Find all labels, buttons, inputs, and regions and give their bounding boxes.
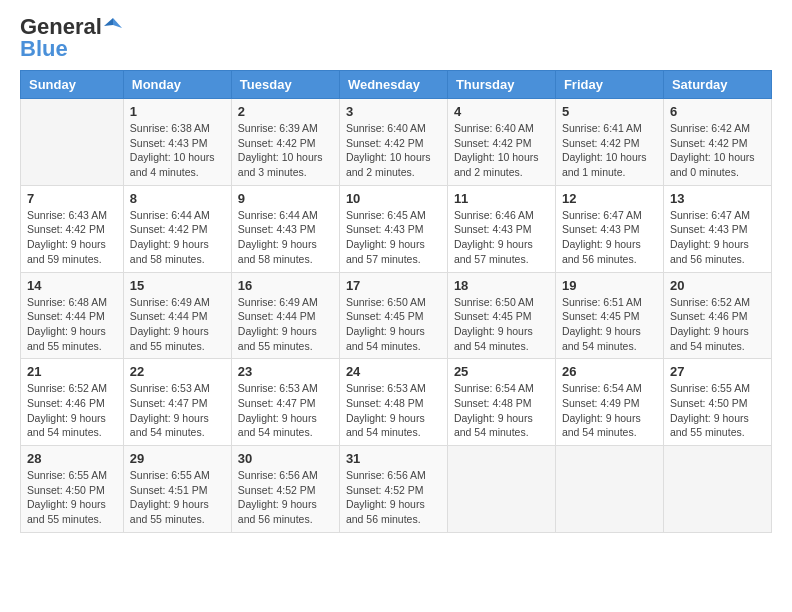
calendar-cell [663, 446, 771, 533]
day-info: Sunrise: 6:52 AMSunset: 4:46 PMDaylight:… [27, 381, 117, 440]
calendar-cell: 27Sunrise: 6:55 AMSunset: 4:50 PMDayligh… [663, 359, 771, 446]
calendar-cell: 15Sunrise: 6:49 AMSunset: 4:44 PMDayligh… [123, 272, 231, 359]
calendar-cell: 16Sunrise: 6:49 AMSunset: 4:44 PMDayligh… [231, 272, 339, 359]
calendar-cell: 18Sunrise: 6:50 AMSunset: 4:45 PMDayligh… [447, 272, 555, 359]
calendar-cell: 17Sunrise: 6:50 AMSunset: 4:45 PMDayligh… [339, 272, 447, 359]
day-info: Sunrise: 6:53 AMSunset: 4:48 PMDaylight:… [346, 381, 441, 440]
calendar-cell: 24Sunrise: 6:53 AMSunset: 4:48 PMDayligh… [339, 359, 447, 446]
calendar-cell: 2Sunrise: 6:39 AMSunset: 4:42 PMDaylight… [231, 99, 339, 186]
calendar-header-row: SundayMondayTuesdayWednesdayThursdayFrid… [21, 71, 772, 99]
day-info: Sunrise: 6:44 AMSunset: 4:43 PMDaylight:… [238, 208, 333, 267]
day-number: 3 [346, 104, 441, 119]
calendar-cell: 6Sunrise: 6:42 AMSunset: 4:42 PMDaylight… [663, 99, 771, 186]
calendar-cell: 20Sunrise: 6:52 AMSunset: 4:46 PMDayligh… [663, 272, 771, 359]
calendar-cell: 19Sunrise: 6:51 AMSunset: 4:45 PMDayligh… [555, 272, 663, 359]
calendar-cell: 7Sunrise: 6:43 AMSunset: 4:42 PMDaylight… [21, 185, 124, 272]
calendar-week-4: 21Sunrise: 6:52 AMSunset: 4:46 PMDayligh… [21, 359, 772, 446]
day-number: 16 [238, 278, 333, 293]
day-info: Sunrise: 6:43 AMSunset: 4:42 PMDaylight:… [27, 208, 117, 267]
calendar-cell: 22Sunrise: 6:53 AMSunset: 4:47 PMDayligh… [123, 359, 231, 446]
header-monday: Monday [123, 71, 231, 99]
day-info: Sunrise: 6:46 AMSunset: 4:43 PMDaylight:… [454, 208, 549, 267]
calendar-cell: 31Sunrise: 6:56 AMSunset: 4:52 PMDayligh… [339, 446, 447, 533]
day-number: 22 [130, 364, 225, 379]
calendar-cell: 26Sunrise: 6:54 AMSunset: 4:49 PMDayligh… [555, 359, 663, 446]
day-info: Sunrise: 6:55 AMSunset: 4:50 PMDaylight:… [670, 381, 765, 440]
calendar-week-3: 14Sunrise: 6:48 AMSunset: 4:44 PMDayligh… [21, 272, 772, 359]
day-number: 2 [238, 104, 333, 119]
day-info: Sunrise: 6:44 AMSunset: 4:42 PMDaylight:… [130, 208, 225, 267]
day-number: 12 [562, 191, 657, 206]
calendar-cell [21, 99, 124, 186]
day-info: Sunrise: 6:56 AMSunset: 4:52 PMDaylight:… [346, 468, 441, 527]
day-number: 6 [670, 104, 765, 119]
calendar-cell [555, 446, 663, 533]
header-tuesday: Tuesday [231, 71, 339, 99]
calendar-cell: 30Sunrise: 6:56 AMSunset: 4:52 PMDayligh… [231, 446, 339, 533]
calendar-week-1: 1Sunrise: 6:38 AMSunset: 4:43 PMDaylight… [21, 99, 772, 186]
day-info: Sunrise: 6:54 AMSunset: 4:48 PMDaylight:… [454, 381, 549, 440]
day-info: Sunrise: 6:47 AMSunset: 4:43 PMDaylight:… [562, 208, 657, 267]
calendar-cell: 28Sunrise: 6:55 AMSunset: 4:50 PMDayligh… [21, 446, 124, 533]
day-number: 30 [238, 451, 333, 466]
calendar-cell: 29Sunrise: 6:55 AMSunset: 4:51 PMDayligh… [123, 446, 231, 533]
day-number: 1 [130, 104, 225, 119]
day-number: 20 [670, 278, 765, 293]
day-info: Sunrise: 6:54 AMSunset: 4:49 PMDaylight:… [562, 381, 657, 440]
day-number: 10 [346, 191, 441, 206]
logo-bird-icon [104, 16, 122, 34]
calendar-cell [447, 446, 555, 533]
day-info: Sunrise: 6:51 AMSunset: 4:45 PMDaylight:… [562, 295, 657, 354]
day-info: Sunrise: 6:41 AMSunset: 4:42 PMDaylight:… [562, 121, 657, 180]
day-info: Sunrise: 6:56 AMSunset: 4:52 PMDaylight:… [238, 468, 333, 527]
day-number: 7 [27, 191, 117, 206]
calendar-week-5: 28Sunrise: 6:55 AMSunset: 4:50 PMDayligh… [21, 446, 772, 533]
day-number: 21 [27, 364, 117, 379]
logo-general-text: General [20, 16, 102, 38]
calendar-cell: 25Sunrise: 6:54 AMSunset: 4:48 PMDayligh… [447, 359, 555, 446]
day-info: Sunrise: 6:40 AMSunset: 4:42 PMDaylight:… [454, 121, 549, 180]
day-number: 11 [454, 191, 549, 206]
calendar-cell: 11Sunrise: 6:46 AMSunset: 4:43 PMDayligh… [447, 185, 555, 272]
day-info: Sunrise: 6:48 AMSunset: 4:44 PMDaylight:… [27, 295, 117, 354]
calendar-table: SundayMondayTuesdayWednesdayThursdayFrid… [20, 70, 772, 533]
day-number: 4 [454, 104, 549, 119]
calendar-week-2: 7Sunrise: 6:43 AMSunset: 4:42 PMDaylight… [21, 185, 772, 272]
day-number: 24 [346, 364, 441, 379]
day-number: 8 [130, 191, 225, 206]
header-thursday: Thursday [447, 71, 555, 99]
day-info: Sunrise: 6:49 AMSunset: 4:44 PMDaylight:… [130, 295, 225, 354]
day-number: 23 [238, 364, 333, 379]
day-info: Sunrise: 6:52 AMSunset: 4:46 PMDaylight:… [670, 295, 765, 354]
day-number: 13 [670, 191, 765, 206]
day-info: Sunrise: 6:38 AMSunset: 4:43 PMDaylight:… [130, 121, 225, 180]
header-friday: Friday [555, 71, 663, 99]
day-info: Sunrise: 6:39 AMSunset: 4:42 PMDaylight:… [238, 121, 333, 180]
calendar-cell: 4Sunrise: 6:40 AMSunset: 4:42 PMDaylight… [447, 99, 555, 186]
day-number: 29 [130, 451, 225, 466]
day-info: Sunrise: 6:40 AMSunset: 4:42 PMDaylight:… [346, 121, 441, 180]
svg-marker-0 [113, 18, 122, 28]
calendar-cell: 21Sunrise: 6:52 AMSunset: 4:46 PMDayligh… [21, 359, 124, 446]
calendar-cell: 9Sunrise: 6:44 AMSunset: 4:43 PMDaylight… [231, 185, 339, 272]
calendar-cell: 23Sunrise: 6:53 AMSunset: 4:47 PMDayligh… [231, 359, 339, 446]
day-number: 27 [670, 364, 765, 379]
day-info: Sunrise: 6:53 AMSunset: 4:47 PMDaylight:… [130, 381, 225, 440]
day-info: Sunrise: 6:55 AMSunset: 4:51 PMDaylight:… [130, 468, 225, 527]
calendar-cell: 12Sunrise: 6:47 AMSunset: 4:43 PMDayligh… [555, 185, 663, 272]
calendar-cell: 5Sunrise: 6:41 AMSunset: 4:42 PMDaylight… [555, 99, 663, 186]
logo-blue-text: Blue [20, 38, 68, 60]
day-number: 19 [562, 278, 657, 293]
day-number: 25 [454, 364, 549, 379]
logo: General Blue [20, 16, 122, 60]
calendar-cell: 13Sunrise: 6:47 AMSunset: 4:43 PMDayligh… [663, 185, 771, 272]
calendar-cell: 1Sunrise: 6:38 AMSunset: 4:43 PMDaylight… [123, 99, 231, 186]
day-number: 15 [130, 278, 225, 293]
header-sunday: Sunday [21, 71, 124, 99]
day-info: Sunrise: 6:50 AMSunset: 4:45 PMDaylight:… [346, 295, 441, 354]
header-wednesday: Wednesday [339, 71, 447, 99]
day-number: 14 [27, 278, 117, 293]
day-info: Sunrise: 6:47 AMSunset: 4:43 PMDaylight:… [670, 208, 765, 267]
day-number: 9 [238, 191, 333, 206]
calendar-cell: 10Sunrise: 6:45 AMSunset: 4:43 PMDayligh… [339, 185, 447, 272]
